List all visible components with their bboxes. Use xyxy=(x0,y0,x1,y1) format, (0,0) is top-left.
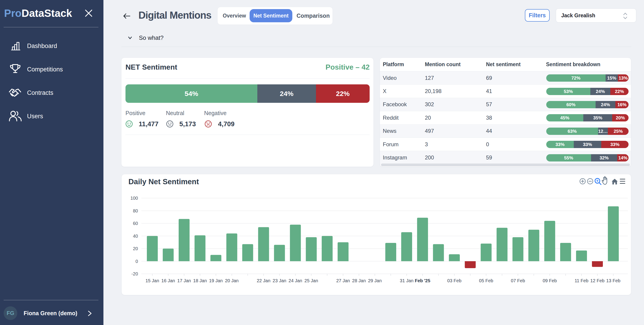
svg-text:23 Jan: 23 Jan xyxy=(272,278,286,283)
svg-text:-20: -20 xyxy=(132,271,138,276)
svg-text:24 Jan: 24 Jan xyxy=(288,278,302,283)
svg-text:15 Jan: 15 Jan xyxy=(146,278,159,283)
svg-text:07 Feb: 07 Feb xyxy=(511,278,525,283)
svg-text:11 Feb: 11 Feb xyxy=(575,278,588,283)
svg-text:13 Feb: 13 Feb xyxy=(606,278,620,283)
svg-text:28 Jan: 28 Jan xyxy=(352,278,366,283)
svg-text:17 Jan: 17 Jan xyxy=(177,278,191,283)
svg-text:20: 20 xyxy=(133,246,138,251)
svg-text:19 Jan: 19 Jan xyxy=(209,278,223,283)
svg-text:60: 60 xyxy=(133,221,138,226)
svg-text:29 Jan: 29 Jan xyxy=(368,278,382,283)
svg-text:27 Jan: 27 Jan xyxy=(336,278,350,283)
svg-text:40: 40 xyxy=(133,234,138,239)
svg-text:09 Feb: 09 Feb xyxy=(542,278,557,283)
svg-text:03 Feb: 03 Feb xyxy=(447,278,462,283)
svg-text:Feb '25: Feb '25 xyxy=(415,278,430,283)
svg-text:0: 0 xyxy=(136,259,138,264)
svg-text:18 Jan: 18 Jan xyxy=(193,278,207,283)
svg-text:31 Jan: 31 Jan xyxy=(400,278,414,283)
svg-text:20 Jan: 20 Jan xyxy=(225,278,239,283)
svg-text:05 Feb: 05 Feb xyxy=(479,278,493,283)
svg-text:100: 100 xyxy=(130,196,138,201)
svg-text:25 Jan: 25 Jan xyxy=(304,278,318,283)
svg-text:22 Jan: 22 Jan xyxy=(257,278,270,283)
svg-text:12 Feb: 12 Feb xyxy=(590,278,604,283)
svg-text:80: 80 xyxy=(133,208,138,213)
svg-text:16 Jan: 16 Jan xyxy=(162,278,175,283)
